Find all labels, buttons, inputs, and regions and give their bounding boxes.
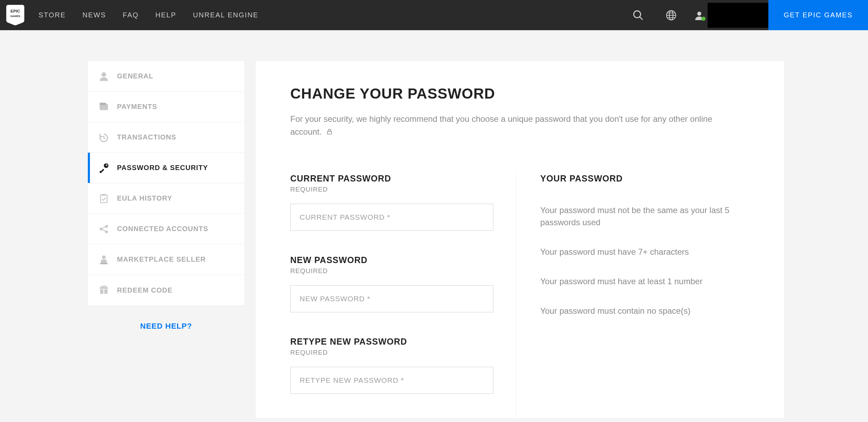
language-button[interactable] bbox=[654, 0, 687, 30]
field-required: REQUIRED bbox=[290, 349, 491, 356]
globe-icon bbox=[666, 10, 677, 21]
sidebar-item-general[interactable]: GENERAL bbox=[88, 61, 244, 92]
search-icon bbox=[632, 9, 644, 21]
sidebar-item-label: PAYMENTS bbox=[117, 103, 157, 111]
svg-rect-25 bbox=[100, 263, 107, 264]
sidebar-item-label: TRANSACTIONS bbox=[117, 133, 176, 141]
nav-faq[interactable]: FAQ bbox=[115, 0, 147, 30]
current-password-input[interactable] bbox=[290, 204, 493, 231]
rule-item: Your password must contain no space(s) bbox=[540, 305, 735, 317]
settings-sidebar: GENERAL PAYMENTS TRANSACTIONS PASSWORD &… bbox=[87, 61, 245, 419]
new-password-block: NEW PASSWORD REQUIRED bbox=[290, 255, 491, 312]
svg-point-30 bbox=[104, 286, 106, 288]
sidebar-item-marketplace-seller[interactable]: MARKETPLACE SELLER bbox=[88, 244, 244, 275]
svg-line-3 bbox=[640, 17, 643, 20]
svg-line-21 bbox=[102, 227, 106, 228]
sidebar-item-payments[interactable]: PAYMENTS bbox=[88, 92, 244, 122]
field-required: REQUIRED bbox=[290, 267, 491, 275]
main-nav: STORE NEWS FAQ HELP UNREAL ENGINE bbox=[30, 0, 267, 30]
key-icon bbox=[98, 162, 109, 174]
new-password-input[interactable] bbox=[290, 285, 493, 312]
svg-rect-26 bbox=[100, 289, 103, 294]
sidebar-item-label: PASSWORD & SECURITY bbox=[117, 164, 208, 172]
svg-rect-11 bbox=[100, 103, 106, 105]
svg-rect-16 bbox=[101, 195, 107, 203]
svg-line-22 bbox=[102, 229, 106, 231]
svg-point-29 bbox=[101, 286, 103, 288]
svg-rect-31 bbox=[328, 131, 332, 134]
search-button[interactable] bbox=[621, 0, 654, 30]
nav-news[interactable]: NEWS bbox=[74, 0, 115, 30]
epic-logo[interactable]: EPIC GAMES bbox=[0, 5, 30, 26]
svg-text:GAMES: GAMES bbox=[10, 15, 20, 18]
sidebar-item-label: CONNECTED ACCOUNTS bbox=[117, 225, 208, 233]
sidebar-item-password-security[interactable]: PASSWORD & SECURITY bbox=[88, 153, 244, 183]
seller-icon bbox=[98, 254, 109, 265]
field-label: NEW PASSWORD bbox=[290, 255, 491, 265]
sidebar-item-transactions[interactable]: TRANSACTIONS bbox=[88, 122, 244, 153]
share-icon bbox=[98, 223, 109, 235]
svg-rect-17 bbox=[102, 194, 105, 195]
clipboard-check-icon bbox=[98, 193, 109, 204]
main-panel: CHANGE YOUR PASSWORD For your security, … bbox=[255, 61, 785, 419]
field-label: RETYPE NEW PASSWORD bbox=[290, 337, 491, 347]
field-label: CURRENT PASSWORD bbox=[290, 174, 491, 184]
sidebar-item-eula-history[interactable]: EULA HISTORY bbox=[88, 183, 244, 214]
sidebar-item-label: MARKETPLACE SELLER bbox=[117, 255, 206, 263]
password-form: CURRENT PASSWORD REQUIRED NEW PASSWORD R… bbox=[290, 174, 516, 418]
retype-password-block: RETYPE NEW PASSWORD REQUIRED bbox=[290, 337, 491, 394]
page-title: CHANGE YOUR PASSWORD bbox=[290, 85, 750, 102]
rules-title: YOUR PASSWORD bbox=[540, 174, 750, 184]
header: EPIC GAMES STORE NEWS FAQ HELP UNREAL EN… bbox=[0, 0, 868, 30]
svg-point-13 bbox=[106, 164, 107, 166]
field-required: REQUIRED bbox=[290, 186, 491, 193]
user-menu[interactable] bbox=[687, 0, 768, 30]
lock-icon bbox=[326, 126, 333, 139]
rule-item: Your password must have at least 1 numbe… bbox=[540, 276, 735, 288]
gift-icon bbox=[98, 285, 109, 296]
nav-help[interactable]: HELP bbox=[147, 0, 185, 30]
user-icon bbox=[98, 71, 109, 82]
rule-item: Your password must not be the same as yo… bbox=[540, 204, 735, 229]
nav-store[interactable]: STORE bbox=[30, 0, 74, 30]
svg-rect-27 bbox=[104, 289, 107, 294]
svg-point-23 bbox=[102, 255, 106, 259]
password-rules: YOUR PASSWORD Your password must not be … bbox=[516, 174, 750, 418]
user-avatar-icon bbox=[694, 10, 704, 20]
nav-unreal[interactable]: UNREAL ENGINE bbox=[185, 0, 267, 30]
get-epic-games-button[interactable]: GET EPIC GAMES bbox=[768, 0, 868, 30]
sidebar-item-label: EULA HISTORY bbox=[117, 194, 172, 202]
svg-text:EPIC: EPIC bbox=[10, 9, 20, 13]
svg-rect-28 bbox=[100, 287, 108, 289]
wallet-icon bbox=[98, 101, 109, 112]
username-redacted bbox=[708, 3, 768, 28]
need-help-link[interactable]: NEED HELP? bbox=[87, 322, 245, 331]
sidebar-item-label: GENERAL bbox=[117, 72, 153, 80]
svg-point-9 bbox=[101, 72, 106, 77]
current-password-block: CURRENT PASSWORD REQUIRED bbox=[290, 174, 491, 231]
svg-point-7 bbox=[697, 11, 701, 16]
retype-password-input[interactable] bbox=[290, 367, 493, 394]
history-icon bbox=[98, 132, 109, 143]
svg-point-8 bbox=[701, 17, 706, 21]
sidebar-item-connected-accounts[interactable]: CONNECTED ACCOUNTS bbox=[88, 214, 244, 244]
rule-item: Your password must have 7+ characters bbox=[540, 246, 735, 258]
sidebar-item-label: REDEEM CODE bbox=[117, 286, 173, 294]
epic-logo-icon: EPIC GAMES bbox=[6, 5, 24, 26]
sidebar-item-redeem-code[interactable]: REDEEM CODE bbox=[88, 275, 244, 305]
online-status-icon bbox=[701, 17, 706, 21]
svg-point-2 bbox=[634, 11, 641, 18]
page-subtitle: For your security, we highly recommend t… bbox=[290, 112, 724, 139]
